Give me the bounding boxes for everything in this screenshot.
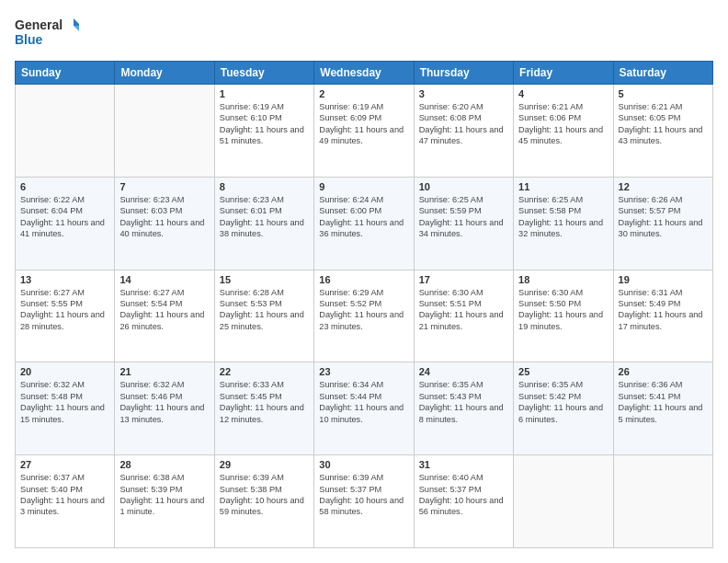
day-info: Sunrise: 6:32 AM Sunset: 5:48 PM Dayligh… xyxy=(20,379,109,425)
calendar-day-cell: 7Sunrise: 6:23 AM Sunset: 6:03 PM Daylig… xyxy=(115,177,214,270)
day-info: Sunrise: 6:36 AM Sunset: 5:41 PM Dayligh… xyxy=(619,379,708,425)
calendar-week-row: 20Sunrise: 6:32 AM Sunset: 5:48 PM Dayli… xyxy=(16,362,713,455)
day-number: 17 xyxy=(419,274,508,285)
day-info: Sunrise: 6:35 AM Sunset: 5:43 PM Dayligh… xyxy=(419,379,508,425)
calendar-day-cell: 23Sunrise: 6:34 AM Sunset: 5:44 PM Dayli… xyxy=(314,362,414,455)
calendar-day-cell xyxy=(115,85,214,178)
day-info: Sunrise: 6:31 AM Sunset: 5:49 PM Dayligh… xyxy=(619,287,708,333)
day-info: Sunrise: 6:34 AM Sunset: 5:44 PM Dayligh… xyxy=(319,379,408,425)
day-info: Sunrise: 6:25 AM Sunset: 5:59 PM Dayligh… xyxy=(419,194,508,240)
day-number: 23 xyxy=(319,366,408,377)
calendar-day-cell xyxy=(514,455,613,548)
calendar-day-cell: 4Sunrise: 6:21 AM Sunset: 6:06 PM Daylig… xyxy=(514,85,613,178)
weekday-header: Friday xyxy=(514,62,613,85)
day-number: 9 xyxy=(319,181,408,192)
day-info: Sunrise: 6:21 AM Sunset: 6:05 PM Dayligh… xyxy=(619,101,708,147)
calendar-day-cell: 1Sunrise: 6:19 AM Sunset: 6:10 PM Daylig… xyxy=(214,85,313,178)
day-info: Sunrise: 6:32 AM Sunset: 5:46 PM Dayligh… xyxy=(119,379,209,425)
day-info: Sunrise: 6:28 AM Sunset: 5:53 PM Dayligh… xyxy=(220,287,309,333)
day-number: 25 xyxy=(518,366,608,377)
calendar-day-cell: 19Sunrise: 6:31 AM Sunset: 5:49 PM Dayli… xyxy=(613,270,712,362)
calendar-day-cell: 5Sunrise: 6:21 AM Sunset: 6:05 PM Daylig… xyxy=(613,85,712,178)
weekday-header: Monday xyxy=(115,62,214,85)
calendar-day-cell: 29Sunrise: 6:39 AM Sunset: 5:38 PM Dayli… xyxy=(214,455,313,548)
header: General Blue xyxy=(15,15,713,52)
calendar-day-cell: 2Sunrise: 6:19 AM Sunset: 6:09 PM Daylig… xyxy=(314,85,414,178)
calendar-day-cell: 8Sunrise: 6:23 AM Sunset: 6:01 PM Daylig… xyxy=(214,177,313,270)
weekday-header: Thursday xyxy=(414,62,513,85)
weekday-header: Tuesday xyxy=(214,62,313,85)
calendar-day-cell: 27Sunrise: 6:37 AM Sunset: 5:40 PM Dayli… xyxy=(16,455,115,548)
day-info: Sunrise: 6:30 AM Sunset: 5:51 PM Dayligh… xyxy=(419,287,508,333)
day-number: 12 xyxy=(619,181,708,192)
day-info: Sunrise: 6:23 AM Sunset: 6:03 PM Dayligh… xyxy=(119,194,209,240)
svg-marker-2 xyxy=(74,18,79,26)
calendar-day-cell: 13Sunrise: 6:27 AM Sunset: 5:55 PM Dayli… xyxy=(16,270,115,362)
day-info: Sunrise: 6:33 AM Sunset: 5:45 PM Dayligh… xyxy=(220,379,309,425)
day-info: Sunrise: 6:39 AM Sunset: 5:37 PM Dayligh… xyxy=(319,472,408,518)
day-info: Sunrise: 6:21 AM Sunset: 6:06 PM Dayligh… xyxy=(518,101,608,147)
page: General Blue SundayMondayTuesdayWednesda… xyxy=(0,0,728,563)
day-number: 27 xyxy=(20,459,109,470)
calendar-day-cell: 15Sunrise: 6:28 AM Sunset: 5:53 PM Dayli… xyxy=(214,270,313,362)
logo: General Blue xyxy=(15,15,79,52)
day-number: 31 xyxy=(419,459,508,470)
calendar-day-cell: 28Sunrise: 6:38 AM Sunset: 5:39 PM Dayli… xyxy=(115,455,214,548)
day-number: 22 xyxy=(220,366,309,377)
day-number: 16 xyxy=(319,274,408,285)
day-info: Sunrise: 6:22 AM Sunset: 6:04 PM Dayligh… xyxy=(20,194,109,240)
calendar-week-row: 27Sunrise: 6:37 AM Sunset: 5:40 PM Dayli… xyxy=(16,455,713,548)
calendar-day-cell: 18Sunrise: 6:30 AM Sunset: 5:50 PM Dayli… xyxy=(514,270,613,362)
calendar-week-row: 6Sunrise: 6:22 AM Sunset: 6:04 PM Daylig… xyxy=(16,177,713,270)
day-number: 8 xyxy=(220,181,309,192)
calendar-day-cell: 25Sunrise: 6:35 AM Sunset: 5:42 PM Dayli… xyxy=(514,362,613,455)
calendar-header-row: SundayMondayTuesdayWednesdayThursdayFrid… xyxy=(16,62,713,85)
calendar-day-cell: 24Sunrise: 6:35 AM Sunset: 5:43 PM Dayli… xyxy=(414,362,513,455)
logo-svg: General Blue xyxy=(15,15,79,52)
day-number: 30 xyxy=(319,459,408,470)
calendar-week-row: 13Sunrise: 6:27 AM Sunset: 5:55 PM Dayli… xyxy=(16,270,713,362)
svg-marker-3 xyxy=(74,26,79,33)
calendar-table: SundayMondayTuesdayWednesdayThursdayFrid… xyxy=(15,61,713,548)
day-info: Sunrise: 6:19 AM Sunset: 6:10 PM Dayligh… xyxy=(220,101,309,147)
day-info: Sunrise: 6:29 AM Sunset: 5:52 PM Dayligh… xyxy=(319,287,408,333)
calendar-day-cell: 10Sunrise: 6:25 AM Sunset: 5:59 PM Dayli… xyxy=(414,177,513,270)
day-number: 26 xyxy=(619,366,708,377)
day-number: 2 xyxy=(319,88,408,99)
day-number: 18 xyxy=(518,274,608,285)
day-info: Sunrise: 6:19 AM Sunset: 6:09 PM Dayligh… xyxy=(319,101,408,147)
weekday-header: Wednesday xyxy=(314,62,414,85)
day-number: 1 xyxy=(220,88,309,99)
calendar-day-cell: 11Sunrise: 6:25 AM Sunset: 5:58 PM Dayli… xyxy=(514,177,613,270)
calendar-day-cell: 30Sunrise: 6:39 AM Sunset: 5:37 PM Dayli… xyxy=(314,455,414,548)
day-info: Sunrise: 6:30 AM Sunset: 5:50 PM Dayligh… xyxy=(518,287,608,333)
day-number: 14 xyxy=(119,274,209,285)
calendar-day-cell: 31Sunrise: 6:40 AM Sunset: 5:37 PM Dayli… xyxy=(414,455,513,548)
day-number: 10 xyxy=(419,181,508,192)
day-number: 28 xyxy=(119,459,209,470)
day-info: Sunrise: 6:24 AM Sunset: 6:00 PM Dayligh… xyxy=(319,194,408,240)
calendar-day-cell: 6Sunrise: 6:22 AM Sunset: 6:04 PM Daylig… xyxy=(16,177,115,270)
day-number: 21 xyxy=(119,366,209,377)
calendar-day-cell: 26Sunrise: 6:36 AM Sunset: 5:41 PM Dayli… xyxy=(613,362,712,455)
day-info: Sunrise: 6:35 AM Sunset: 5:42 PM Dayligh… xyxy=(518,379,608,425)
calendar-day-cell: 21Sunrise: 6:32 AM Sunset: 5:46 PM Dayli… xyxy=(115,362,214,455)
day-number: 5 xyxy=(619,88,708,99)
day-info: Sunrise: 6:37 AM Sunset: 5:40 PM Dayligh… xyxy=(20,472,109,518)
calendar-day-cell: 12Sunrise: 6:26 AM Sunset: 5:57 PM Dayli… xyxy=(613,177,712,270)
day-number: 29 xyxy=(220,459,309,470)
calendar-day-cell: 17Sunrise: 6:30 AM Sunset: 5:51 PM Dayli… xyxy=(414,270,513,362)
calendar-day-cell: 22Sunrise: 6:33 AM Sunset: 5:45 PM Dayli… xyxy=(214,362,313,455)
day-info: Sunrise: 6:23 AM Sunset: 6:01 PM Dayligh… xyxy=(220,194,309,240)
day-number: 7 xyxy=(119,181,209,192)
calendar-week-row: 1Sunrise: 6:19 AM Sunset: 6:10 PM Daylig… xyxy=(16,85,713,178)
day-number: 15 xyxy=(220,274,309,285)
day-info: Sunrise: 6:38 AM Sunset: 5:39 PM Dayligh… xyxy=(119,472,209,518)
weekday-header: Saturday xyxy=(613,62,712,85)
day-info: Sunrise: 6:40 AM Sunset: 5:37 PM Dayligh… xyxy=(419,472,508,518)
day-info: Sunrise: 6:27 AM Sunset: 5:54 PM Dayligh… xyxy=(119,287,209,333)
day-number: 24 xyxy=(419,366,508,377)
day-number: 20 xyxy=(20,366,109,377)
day-number: 6 xyxy=(20,181,109,192)
day-info: Sunrise: 6:26 AM Sunset: 5:57 PM Dayligh… xyxy=(619,194,708,240)
